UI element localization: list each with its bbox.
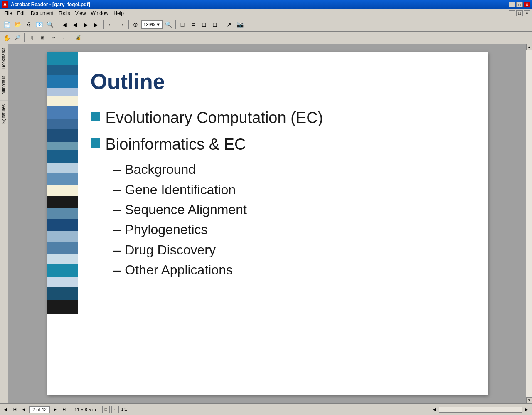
status-sep1 [71, 406, 71, 413]
fit-page-status[interactable]: □ [102, 406, 110, 413]
forward-button[interactable]: → [116, 20, 126, 30]
strip-block [47, 185, 78, 196]
strip-block [47, 88, 78, 96]
separator5 [222, 20, 222, 29]
vertical-scrollbar[interactable]: ▲ ▼ [526, 44, 532, 403]
sub-text-5: Drug Discovery [125, 242, 216, 258]
zoom-display[interactable]: 139% ▼ [141, 20, 163, 29]
select-button[interactable]: ↗ [224, 20, 234, 30]
draw-tool[interactable]: / [59, 33, 69, 43]
hscroll-left-button[interactable]: ◀ [431, 406, 438, 413]
zoom-in-button[interactable]: 🔍 [163, 20, 173, 30]
app-icon: A [2, 1, 8, 8]
menu-window[interactable]: Window [89, 10, 111, 17]
strip-block-end [47, 314, 78, 395]
strip-block [47, 129, 78, 142]
thumbnails-tab[interactable]: Thumbnails [0, 72, 8, 101]
scroll-up-button[interactable]: ▲ [526, 44, 532, 50]
facing-button[interactable]: ⊞ [199, 20, 209, 30]
slide-title: Outline [91, 69, 463, 94]
markup-tool[interactable]: ✏ [48, 33, 58, 43]
first-page-status-button[interactable]: |◀ [11, 406, 18, 413]
fit-actual-status[interactable]: 1:1 [121, 406, 128, 413]
pdf-viewer[interactable]: Outline Evolutionary Computation (EC) Bi… [8, 44, 526, 403]
strip-block [47, 106, 78, 119]
strip-block [47, 65, 78, 75]
prev-page-status-button[interactable]: ◀ [20, 406, 27, 413]
menu-tools[interactable]: Tools [56, 10, 73, 17]
main-toolbar: 📄 📂 🖨 📧 🔍 |◀ ◀ ▶ ▶| ← → ⊕ 139% ▼ 🔍 □ ≡ ⊞… [0, 17, 532, 32]
titlebar: A Acrobat Reader - [gary_fogel.pdf] − □ … [0, 0, 532, 9]
next-page-button[interactable]: ▶ [81, 20, 91, 30]
strip-block [47, 277, 78, 287]
menu-edit[interactable]: Edit [15, 10, 28, 17]
sep-t2-2 [71, 33, 71, 42]
bullet-text-2: Bioinformatics & EC [106, 135, 246, 154]
sub-dash-5: – [113, 242, 121, 258]
window-controls: − □ × [509, 2, 530, 7]
statusbar: ◀ |◀ ◀ 2 of 42 ▶ ▶| 11 × 8.5 in □ ↔ 1:1 … [0, 403, 532, 415]
single-page-button[interactable]: □ [177, 20, 187, 30]
strip-block [47, 242, 78, 254]
email-button[interactable]: 📧 [34, 20, 44, 30]
first-page-button[interactable]: |◀ [59, 20, 69, 30]
strip-block [47, 173, 78, 185]
sub-text-6: Other Applications [125, 262, 233, 278]
sub-bullet-gene: – Gene Identification [91, 182, 463, 198]
sub-bullet-drug: – Drug Discovery [91, 242, 463, 258]
hand-tool[interactable]: ✋ [2, 33, 12, 43]
menu-file[interactable]: File [2, 10, 15, 17]
last-page-status-button[interactable]: ▶| [61, 406, 68, 413]
minimize-button[interactable]: − [509, 2, 515, 7]
hscroll-right-button[interactable]: ▶ [523, 406, 530, 413]
signatures-tab[interactable]: Signatures [0, 101, 8, 128]
sub-bullet-sequence: – Sequence Alignment [91, 202, 463, 217]
app-close-button[interactable]: × [524, 10, 530, 16]
fit-width-button[interactable]: ⊕ [131, 20, 140, 30]
sub-dash-4: – [113, 222, 121, 237]
strip-block [47, 163, 78, 173]
bookmarks-tab[interactable]: Bookmarks [0, 44, 8, 72]
zoom-tool[interactable]: 🔎 [12, 33, 22, 43]
back-button[interactable]: ← [106, 20, 116, 30]
scroll-left-button[interactable]: ◀ [2, 406, 9, 413]
main-area: Bookmarks Thumbnails Signatures [0, 44, 532, 403]
sub-text-3: Sequence Alignment [125, 202, 247, 217]
stamp-tool[interactable]: 🔏 [73, 33, 83, 43]
app-restore-button[interactable]: □ [516, 10, 523, 16]
menu-document[interactable]: Document [28, 10, 56, 17]
column-select-tool[interactable]: ⊞ [37, 33, 47, 43]
strip-block [47, 196, 78, 208]
scroll-track[interactable] [526, 50, 532, 397]
page-display: 2 of 42 [29, 406, 50, 413]
last-page-button[interactable]: ▶| [91, 20, 101, 30]
separator4 [175, 20, 176, 29]
print-button[interactable]: 🖨 [23, 20, 33, 30]
prev-page-button[interactable]: ◀ [70, 20, 80, 30]
continuous-facing-button[interactable]: ⊟ [210, 20, 220, 30]
strip-block [47, 300, 78, 314]
search-button[interactable]: 🔍 [45, 20, 55, 30]
left-sidebar: Bookmarks Thumbnails Signatures [0, 44, 8, 403]
strip-block [47, 75, 78, 88]
scroll-down-button[interactable]: ▼ [526, 397, 532, 403]
app-minimize-button[interactable]: − [509, 10, 515, 16]
snapshot-button[interactable]: 📷 [235, 20, 245, 30]
close-button[interactable]: × [524, 2, 530, 7]
open-button[interactable]: 📂 [12, 20, 22, 30]
sub-text-1: Background [125, 161, 196, 177]
fit-width-status[interactable]: ↔ [111, 406, 119, 413]
continuous-button[interactable]: ≡ [188, 20, 198, 30]
separator3 [128, 20, 129, 29]
separator1 [57, 20, 57, 29]
next-page-status-button[interactable]: ▶ [52, 406, 59, 413]
bullet-text-1: Evolutionary Computation (EC) [106, 109, 323, 128]
bullet-item-ec: Evolutionary Computation (EC) [91, 109, 463, 128]
text-select-tool[interactable]: T| [27, 33, 37, 43]
menu-view[interactable]: View [73, 10, 89, 17]
menu-help[interactable]: Help [111, 10, 126, 17]
horizontal-scrollbar-track[interactable] [439, 407, 522, 413]
zoom-dropdown-icon[interactable]: ▼ [156, 22, 160, 27]
new-button[interactable]: 📄 [2, 20, 12, 30]
restore-button[interactable]: □ [516, 2, 523, 7]
